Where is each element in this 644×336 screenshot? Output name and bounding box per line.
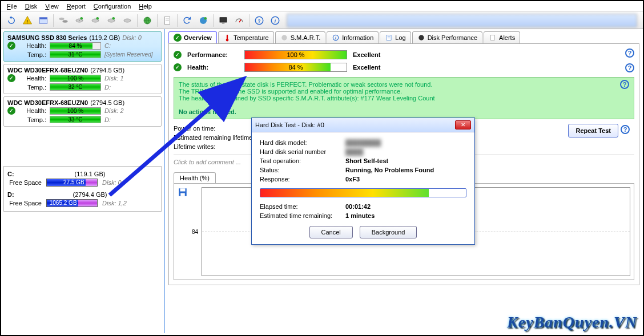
svg-point-18	[204, 17, 207, 20]
cancel-button[interactable]: Cancel	[309, 226, 353, 238]
monitor-icon[interactable]	[216, 14, 231, 27]
svg-rect-19	[220, 17, 227, 22]
help-icon[interactable]: ?	[252, 14, 267, 27]
status-line: The status of the solid state disk is PE…	[179, 81, 629, 88]
help-icon[interactable]: ?	[625, 63, 634, 72]
operation-label: Test operation:	[260, 157, 345, 164]
volume-bar: 1065.2 GB	[46, 199, 98, 207]
log-icon	[385, 34, 393, 42]
left-panel: SAMSUNG SSD 830 Series (119.2 GB) Disk: …	[1, 29, 165, 333]
disk-capacity: (119.2 GB)	[89, 34, 120, 41]
volume-disk: Disk: 1,2	[102, 200, 127, 207]
help-icon[interactable]: ?	[621, 125, 630, 134]
help-icon[interactable]: ?	[625, 48, 634, 58]
svg-point-6	[79, 20, 80, 21]
disk-name: SAMSUNG SSD 830 Series	[7, 34, 87, 41]
warning-icon[interactable]: !	[20, 14, 35, 27]
svg-rect-35	[491, 35, 495, 40]
svg-rect-38	[180, 193, 185, 196]
disk-name: WDC WD30EFRX-68EUZN0	[7, 67, 88, 74]
disk-number: Disk: 2	[104, 107, 124, 114]
svg-point-34	[418, 35, 424, 40]
health-label: Health:	[187, 64, 239, 71]
tab-overview[interactable]: Overview	[168, 31, 217, 43]
watermark-text: KeyBanQuyen.VN	[507, 313, 637, 331]
status-label: Status:	[260, 167, 345, 173]
disk-card-0[interactable]: SAMSUNG SSD 830 Series (119.2 GB) Disk: …	[3, 31, 162, 62]
browser-icon[interactable]	[36, 14, 51, 27]
document-icon[interactable]	[160, 14, 175, 27]
close-button[interactable]: ✕	[455, 120, 471, 129]
menu-disk[interactable]: Disk	[25, 3, 37, 10]
tab-disk-performance[interactable]: Disk Performance	[412, 31, 482, 43]
test-progress-bar	[260, 188, 466, 197]
svg-point-7	[80, 17, 83, 20]
drive-letter: D:	[104, 116, 111, 123]
model-value: ████████	[345, 139, 381, 146]
globe-icon[interactable]	[140, 14, 155, 27]
info-icon[interactable]: i	[268, 14, 283, 27]
elapsed-value: 00:01:42	[345, 203, 371, 210]
chart-tab-health[interactable]: Health (%)	[174, 172, 216, 183]
disk-icon-2[interactable]	[88, 14, 103, 27]
y-axis-label: 84	[192, 229, 198, 235]
free-space-label: Free Space	[7, 179, 42, 186]
svg-point-3	[59, 17, 65, 20]
health-rating: Excellent	[353, 64, 380, 71]
disk-icon-4[interactable]	[120, 14, 135, 27]
drive-letter: C:	[104, 42, 111, 49]
disk-card-2[interactable]: WDC WD30EFRX-68EUZN0 (2794.5 GB) Health:…	[3, 96, 162, 127]
disk-number: Disk: 0	[122, 34, 142, 41]
tab-temperature[interactable]: Temperature	[218, 31, 274, 43]
menu-file[interactable]: File	[7, 3, 17, 10]
background-button[interactable]: Background	[360, 226, 417, 238]
status-line: The health is determined by SSD specific…	[179, 95, 629, 102]
volume-disk: Disk: 0	[102, 179, 122, 186]
eta-value: 1 minutes	[345, 212, 375, 219]
save-icon[interactable]	[178, 187, 188, 197]
svg-point-9	[96, 17, 99, 20]
operation-value: Short Self-test	[345, 157, 388, 164]
performance-label: Performance:	[187, 51, 239, 58]
disks-group-icon[interactable]	[56, 14, 71, 27]
svg-point-4	[63, 20, 68, 23]
svg-rect-20	[222, 22, 225, 23]
toolbar-banner	[287, 14, 637, 27]
menu-help[interactable]: Help	[139, 3, 152, 10]
menubar: File Disk View Report Configuration Help	[1, 1, 643, 12]
gauge-icon[interactable]	[232, 14, 247, 27]
volume-capacity: (2794.4 GB)	[22, 191, 158, 198]
response-value: 0xF3	[345, 176, 360, 183]
disk-icon-1[interactable]	[72, 14, 87, 27]
disk-card-1[interactable]: WDC WD30EFRX-68EUZN0 (2794.5 GB) Health:…	[3, 64, 162, 94]
menu-report[interactable]: Report	[67, 3, 86, 10]
status-action: No actions needed.	[179, 108, 236, 115]
disk-icon-3[interactable]	[104, 14, 119, 27]
svg-point-28	[281, 35, 287, 40]
tab-smart[interactable]: S.M.A.R.T.	[275, 31, 326, 43]
svg-point-12	[124, 19, 131, 22]
repeat-test-button[interactable]: Repeat Test	[568, 124, 618, 137]
svg-text:i: i	[275, 18, 276, 23]
status-value: Running, No Problems Found	[345, 167, 434, 173]
dialog-titlebar[interactable]: Hard Disk Test - Disk: #0 ✕	[252, 118, 474, 132]
refresh-icon[interactable]	[4, 14, 19, 27]
svg-rect-2	[39, 17, 47, 19]
menu-view[interactable]: View	[45, 3, 59, 10]
disk-name: WDC WD30EFRX-68EUZN0	[7, 99, 88, 106]
response-label: Response:	[260, 176, 345, 183]
disk-capacity: (2794.5 GB)	[90, 99, 124, 106]
refresh2-icon[interactable]	[180, 14, 195, 27]
svg-text:!: !	[27, 19, 28, 24]
globe2-icon[interactable]	[196, 14, 211, 27]
check-icon	[174, 63, 182, 71]
performance-rating: Excellent	[353, 51, 380, 58]
volume-letter: D:	[7, 191, 18, 198]
elapsed-label: Elapsed time:	[260, 203, 345, 210]
tab-information[interactable]: iInformation	[327, 31, 379, 43]
tab-log[interactable]: Log	[380, 31, 410, 43]
tab-alerts[interactable]: Alerts	[484, 31, 520, 43]
toolbar: ! ? i	[1, 12, 643, 29]
help-icon[interactable]: ?	[620, 80, 629, 89]
menu-configuration[interactable]: Configuration	[94, 3, 131, 10]
